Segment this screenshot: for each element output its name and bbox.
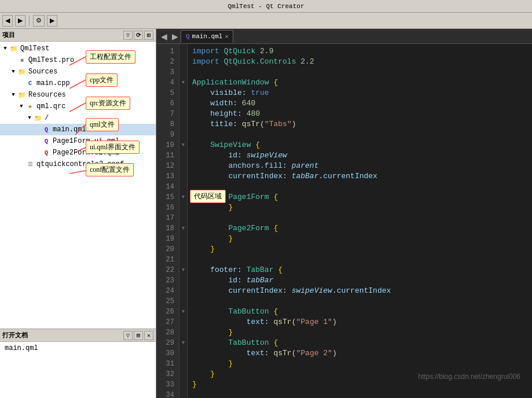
code-segment: Page1Form — [228, 192, 269, 202]
line-number-34: 34 — [159, 390, 174, 398]
open-doc-item-main-qml[interactable]: main.qml — [0, 343, 156, 353]
tree-item-page1form[interactable]: Q Page1Form.ui.qml — [0, 135, 156, 147]
open-docs-list: main.qml — [0, 342, 156, 398]
fold-btn-23 — [179, 275, 187, 286]
tree-label-main-qml: main.qml — [53, 126, 86, 134]
line-number-5: 5 — [159, 88, 174, 98]
open-docs-btn-2[interactable]: ⊞ — [134, 331, 143, 340]
line-number-4: 4 — [159, 78, 174, 88]
line-number-24: 24 — [159, 286, 174, 296]
tab-nav-back[interactable]: ◀ — [159, 32, 170, 41]
toggle-main-qml — [34, 126, 42, 134]
toggle-slash[interactable]: ▼ — [25, 114, 34, 122]
folder-icon-resources: 📁 — [17, 90, 27, 100]
code-segment: 640 — [242, 98, 255, 109]
qml-icon-main: Q — [42, 125, 51, 134]
code-line-12: anchors.fill: parent — [192, 161, 527, 171]
code-segment: qsTr — [273, 317, 291, 327]
tree-item-slash[interactable]: ▼ 📁 / — [0, 112, 156, 124]
fold-btn-34 — [179, 390, 187, 398]
editor-tab-main-qml[interactable]: Q main.qml ✕ — [181, 30, 233, 43]
code-segment — [192, 161, 228, 171]
open-docs-btn-3[interactable]: ✕ — [144, 331, 153, 340]
code-line-30: text: qsTr("Page 2") — [192, 348, 527, 359]
open-docs-btn-1[interactable]: ▽ — [123, 331, 133, 340]
toggle-qrc[interactable]: ▼ — [17, 102, 25, 110]
fold-btn-29[interactable]: ▼ — [179, 338, 187, 348]
build-button[interactable]: ⚙ — [33, 15, 45, 27]
code-segment: currentIndex — [337, 286, 391, 296]
line-numbers: 1234567891011121314151617181920212223242… — [156, 44, 179, 398]
fold-btn-6 — [179, 98, 187, 109]
fold-btn-1 — [179, 46, 187, 57]
code-segment: ) — [332, 317, 337, 327]
sync-button[interactable]: ⟳ — [134, 31, 143, 40]
code-line-23: id: tabBar — [192, 275, 527, 286]
code-content[interactable]: import QtQuick 2.9import QtQuick.Control… — [188, 44, 532, 398]
fold-btn-18[interactable]: ▼ — [179, 223, 187, 234]
cpp-icon: C — [25, 79, 35, 88]
fold-area: ▼▼▼▼▼▼▼ — [179, 44, 188, 398]
code-segment — [192, 244, 210, 255]
tree-item-qmltest[interactable]: ▼ 📁 QmlTest — [0, 43, 156, 54]
code-segment — [269, 338, 274, 348]
tree-item-conf[interactable]: ☰ qtquickcontrols2.conf — [0, 159, 156, 170]
tree-item-sources[interactable]: ▼ 📁 Sources — [0, 66, 156, 78]
fold-btn-11 — [179, 150, 187, 161]
tree-label-page2form: Page2Form.ui.qml — [53, 149, 119, 157]
fold-btn-26[interactable]: ▼ — [179, 307, 187, 317]
fold-btn-32 — [179, 369, 187, 379]
tree-item-resources[interactable]: ▼ 📁 Resources — [0, 89, 156, 101]
code-segment: { — [273, 338, 278, 348]
line-number-22: 22 — [159, 265, 174, 275]
code-segment: 2.9 — [260, 46, 273, 57]
code-segment: { — [273, 78, 278, 88]
filter-button[interactable]: ▽ — [123, 31, 133, 40]
tab-close-icon[interactable]: ✕ — [225, 33, 228, 40]
fold-btn-25 — [179, 296, 187, 307]
forward-button[interactable]: ▶ — [15, 15, 25, 27]
code-segment: } — [228, 327, 233, 338]
code-line-20: } — [192, 244, 527, 255]
code-segment — [192, 140, 210, 150]
code-segment: import — [192, 57, 219, 67]
project-panel-header: 项目 ▽ ⟳ ⊞ — [0, 29, 156, 42]
code-segment: id — [228, 275, 237, 286]
code-segment: : — [282, 171, 292, 182]
code-line-34 — [192, 390, 527, 398]
code-line-16: } — [192, 202, 527, 213]
code-segment: TabButton — [228, 338, 269, 348]
fold-btn-4[interactable]: ▼ — [179, 78, 187, 88]
toggle-qmltest[interactable]: ▼ — [1, 45, 9, 53]
fold-btn-10[interactable]: ▼ — [179, 140, 187, 150]
code-segment: import — [192, 46, 219, 57]
toggle-sources[interactable]: ▼ — [9, 68, 17, 76]
code-segment — [192, 265, 210, 275]
code-line-6: width: 640 — [192, 98, 527, 109]
tree-item-main-cpp[interactable]: C main.cpp — [0, 78, 156, 89]
toggle-resources[interactable]: ▼ — [9, 91, 17, 99]
code-segment: : — [233, 98, 242, 109]
fold-btn-2 — [179, 57, 187, 67]
code-line-9 — [192, 130, 527, 140]
code-segment — [192, 275, 228, 286]
back-button[interactable]: ◀ — [2, 15, 13, 27]
expand-button[interactable]: ⊞ — [144, 31, 153, 40]
fold-btn-15[interactable]: ▼ — [179, 192, 187, 202]
code-segment: qsTr — [273, 348, 291, 359]
tree-item-qml-qrc[interactable]: ▼ ◈ qml.qrc — [0, 101, 156, 112]
tab-nav-forward[interactable]: ▶ — [170, 32, 181, 41]
fold-btn-22[interactable]: ▼ — [179, 265, 187, 275]
tree-label-qmltest: QmlTest — [20, 45, 49, 53]
tree-item-main-qml[interactable]: Q main.qml — [0, 124, 156, 135]
code-segment: currentIndex — [228, 286, 282, 296]
code-segment — [251, 140, 255, 150]
tree-item-page2form[interactable]: Q Page2Form.ui.qml — [0, 147, 156, 159]
left-panel: 项目 ▽ ⟳ ⊞ ▼ 📁 QmlTest ■ QmlTest.pro — [0, 29, 156, 398]
run-button[interactable]: ▶ — [47, 15, 57, 27]
conf-icon: ☰ — [25, 160, 35, 169]
code-segment — [192, 369, 210, 379]
tree-item-qmltest-pro[interactable]: ■ QmlTest.pro — [0, 54, 156, 66]
code-segment — [269, 307, 274, 317]
fold-btn-9 — [179, 130, 187, 140]
